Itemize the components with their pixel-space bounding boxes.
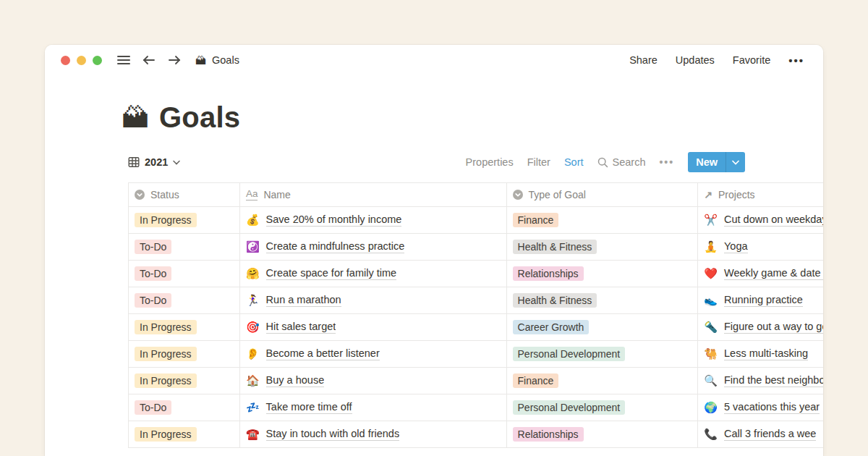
goal-page-link[interactable]: 🏠 Buy a house [246,374,324,387]
projects-cell[interactable]: 🌍 5 vacations this year [698,394,823,421]
project-page-link[interactable]: 🔦 Figure out a way to ge [704,321,823,334]
status-cell[interactable]: In Progress [129,368,240,394]
name-cell[interactable]: 🎯 Hit sales target [240,314,507,340]
database-toolbar: 2021 Properties Filter Sort Search ••• N… [128,151,745,173]
projects-cell[interactable]: 🐫 Less multi-tasking [698,341,823,367]
view-name: 2021 [145,156,168,168]
name-cell[interactable]: 🤗 Create space for family time [240,261,507,287]
text-property-icon: Aa [246,189,258,200]
goal-page-link[interactable]: 👂 Become a better listener [246,347,380,360]
table-row[interactable]: To-Do 🏃‍♀️ Run a marathon Health & Fitne… [128,287,823,314]
status-cell[interactable]: To-Do [129,261,240,287]
table-row[interactable]: In Progress 💰 Save 20% of monthly income… [128,207,823,234]
status-cell[interactable]: In Progress [129,421,240,447]
updates-button[interactable]: Updates [676,54,715,66]
goal-page-link[interactable]: 🎯 Hit sales target [246,321,336,334]
view-switcher[interactable]: 2021 [128,156,180,168]
page-icon[interactable]: 🏔 [122,104,149,132]
project-page-link[interactable]: 🌍 5 vacations this year [704,401,820,414]
type-of-goal-cell[interactable]: Career Growth [507,314,699,340]
goal-page-link[interactable]: ☎️ Stay in touch with old friends [246,428,399,441]
page-title[interactable]: Goals [159,101,240,134]
table-row[interactable]: In Progress 🎯 Hit sales target Career Gr… [128,314,823,341]
goal-page-link[interactable]: 🤗 Create space for family time [246,267,396,280]
column-header-projects[interactable]: ↗ Projects [698,183,823,206]
status-cell[interactable]: To-Do [129,394,240,421]
name-cell[interactable]: 💤 Take more time off [240,394,507,421]
type-of-goal-cell[interactable]: Personal Development [507,341,699,367]
projects-cell[interactable]: 🔦 Figure out a way to ge [698,314,823,340]
table-row[interactable]: To-Do ☯️ Create a mindfulness practice H… [128,234,823,261]
type-of-goal-cell[interactable]: Health & Fitness [507,234,699,260]
sort-button[interactable]: Sort [564,156,584,168]
goal-page-link[interactable]: ☯️ Create a mindfulness practice [246,240,405,253]
table-row[interactable]: To-Do 🤗 Create space for family time Rel… [128,261,823,287]
new-dropdown-chevron-icon[interactable] [726,152,745,172]
column-label: Status [150,189,179,200]
column-header-type-of-goal[interactable]: Type of Goal [507,183,699,206]
select-property-icon [135,190,145,200]
goal-page-link[interactable]: 💰 Save 20% of monthly income [246,214,402,227]
project-page-link[interactable]: ✂️ Cut down on weekday [704,214,823,227]
projects-cell[interactable]: 🔍 Find the best neighbo [698,368,823,394]
project-title: Weekly game & date n [724,267,823,280]
status-cell[interactable]: In Progress [129,341,240,367]
project-page-link[interactable]: 🔍 Find the best neighbo [704,374,823,387]
type-of-goal-cell[interactable]: Relationships [507,261,699,287]
name-cell[interactable]: 🏃‍♀️ Run a marathon [240,287,507,313]
projects-cell[interactable]: 🧘 Yoga [698,234,823,260]
goal-page-link[interactable]: 💤 Take more time off [246,401,352,414]
breadcrumb[interactable]: 🏔 Goals [195,54,239,67]
type-of-goal-cell[interactable]: Personal Development [507,394,699,421]
goal-page-link[interactable]: 🏃‍♀️ Run a marathon [246,294,341,307]
project-page-link[interactable]: 🧘 Yoga [704,240,747,253]
share-button[interactable]: Share [629,54,658,66]
goal-emoji-icon: 💰 [246,214,260,227]
type-of-goal-badge: Finance [513,373,559,388]
table-row[interactable]: To-Do 💤 Take more time off Personal Deve… [128,394,823,421]
favorite-button[interactable]: Favorite [733,54,770,66]
projects-cell[interactable]: ✂️ Cut down on weekday [698,207,823,233]
close-window-button[interactable] [61,56,70,65]
zoom-window-button[interactable] [93,56,102,65]
project-page-link[interactable]: 👟 Running practice [704,294,803,307]
table-row[interactable]: In Progress 🏠 Buy a house Finance 🔍 Find… [128,368,823,394]
forward-arrow-icon[interactable] [168,55,181,65]
toolbar-more-icon[interactable]: ••• [659,156,674,168]
name-cell[interactable]: 💰 Save 20% of monthly income [240,207,507,233]
status-cell[interactable]: In Progress [129,207,240,233]
goal-title: Take more time off [266,401,352,414]
more-options-icon[interactable]: ••• [788,54,804,67]
projects-cell[interactable]: 👟 Running practice [698,287,823,313]
projects-cell[interactable]: ❤️ Weekly game & date n [698,261,823,287]
project-emoji-icon: ✂️ [704,214,718,227]
sidebar-menu-icon[interactable] [117,55,130,65]
search-button[interactable]: Search [597,156,646,168]
table-row[interactable]: In Progress ☎️ Stay in touch with old fr… [128,421,823,448]
goal-emoji-icon: 🤗 [246,267,260,280]
type-of-goal-cell[interactable]: Health & Fitness [507,287,699,313]
name-cell[interactable]: 👂 Become a better listener [240,341,507,367]
properties-button[interactable]: Properties [466,156,514,168]
name-cell[interactable]: ☎️ Stay in touch with old friends [240,421,507,447]
back-arrow-icon[interactable] [142,55,156,65]
column-header-name[interactable]: Aa Name [240,183,507,206]
filter-button[interactable]: Filter [527,156,550,168]
project-emoji-icon: 🔦 [704,321,718,334]
column-header-status[interactable]: Status [129,183,240,206]
type-of-goal-cell[interactable]: Relationships [507,421,699,447]
project-page-link[interactable]: 🐫 Less multi-tasking [704,347,808,360]
new-button[interactable]: New [688,152,745,172]
type-of-goal-cell[interactable]: Finance [507,368,699,394]
status-cell[interactable]: To-Do [129,287,240,313]
type-of-goal-cell[interactable]: Finance [507,207,699,233]
name-cell[interactable]: 🏠 Buy a house [240,368,507,394]
project-page-link[interactable]: ❤️ Weekly game & date n [704,267,823,280]
projects-cell[interactable]: 📞 Call 3 friends a wee [698,421,823,447]
minimize-window-button[interactable] [77,56,86,65]
name-cell[interactable]: ☯️ Create a mindfulness practice [240,234,507,260]
status-cell[interactable]: In Progress [129,314,240,340]
table-row[interactable]: In Progress 👂 Become a better listener P… [128,341,823,368]
status-cell[interactable]: To-Do [129,234,240,260]
project-page-link[interactable]: 📞 Call 3 friends a wee [704,428,816,441]
